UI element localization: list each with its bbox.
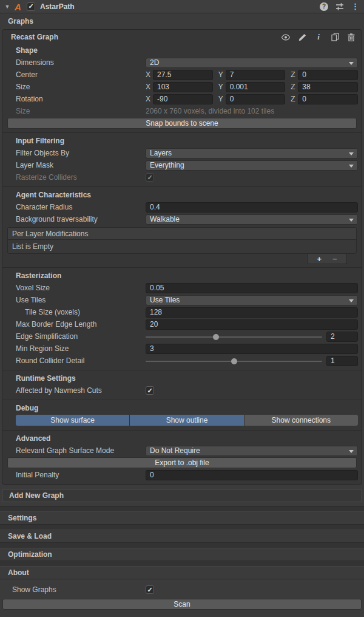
rasterization-heading: Rasterization: [2, 270, 362, 282]
relevant-graph-surface-mode-value: Do Not Require: [150, 446, 200, 455]
max-border-edge-length-field[interactable]: 20: [146, 319, 358, 330]
per-layer-modifications-header[interactable]: Per Layer Modifications: [8, 228, 356, 240]
debug-section: Debug Show surface Show outline Show con…: [2, 400, 362, 430]
presets-icon[interactable]: [335, 2, 344, 11]
voxel-size-field[interactable]: 0.05: [146, 283, 358, 293]
help-icon[interactable]: ?: [320, 2, 328, 11]
center-x-field[interactable]: 27.5: [153, 70, 213, 80]
center-row: Center X27.5 Y7 Z0: [2, 69, 362, 81]
list-footer: + −: [7, 254, 357, 264]
rotation-x-field[interactable]: -90: [153, 94, 213, 104]
show-connections-toggle[interactable]: Show connections: [244, 415, 358, 426]
round-collider-detail-value-field[interactable]: 1: [326, 356, 358, 366]
affected-by-navmesh-cuts-label: Affected by Navmesh Cuts: [16, 386, 146, 395]
affected-by-navmesh-cuts-checkbox[interactable]: ✓: [146, 386, 154, 395]
rasterization-section: Rasterization Voxel Size 0.05 Use Tiles …: [2, 267, 362, 370]
layer-mask-row: Layer Mask Everything: [2, 159, 362, 171]
relevant-graph-surface-mode-row: Relevant Graph Surface Mode Do Not Requi…: [2, 445, 362, 457]
initial-penalty-field[interactable]: 0: [146, 470, 358, 480]
dimensions-label: Dimensions: [16, 58, 146, 67]
filter-objects-by-label: Filter Objects By: [16, 149, 146, 157]
scan-button[interactable]: Scan: [2, 599, 362, 610]
debug-heading: Debug: [2, 402, 362, 414]
axis-z-label: Z: [291, 70, 298, 79]
rotation-row: Rotation X-90 Y0 Z0: [2, 93, 362, 105]
size-z-field[interactable]: 38: [298, 82, 358, 92]
export-obj-button[interactable]: Export to .obj file: [7, 457, 357, 468]
slider-thumb[interactable]: [231, 358, 237, 364]
visibility-eye-icon[interactable]: [281, 33, 290, 41]
voxel-size-label: Voxel Size: [16, 284, 146, 292]
layer-mask-dropdown[interactable]: Everything: [146, 160, 358, 171]
round-collider-detail-row: Round Collider Detail 1: [2, 355, 362, 367]
center-y-field[interactable]: 7: [226, 70, 286, 80]
advanced-section: Advanced Relevant Graph Surface Mode Do …: [2, 430, 362, 484]
duplicate-icon[interactable]: [331, 33, 339, 41]
rasterize-colliders-row: Rasterize Colliders ✓: [2, 171, 362, 183]
foldout-arrow-icon[interactable]: ▼: [4, 4, 11, 10]
axis-x-label: X: [146, 83, 153, 91]
axis-y-label: Y: [218, 83, 226, 91]
runtime-settings-heading: Runtime Settings: [2, 372, 362, 384]
bottom-accordion: Settings Save & Load Optimization About …: [0, 506, 364, 610]
axis-z-label: Z: [291, 83, 298, 91]
graphs-section-title: Graphs: [0, 13, 364, 29]
size-x-field[interactable]: 103: [153, 82, 213, 92]
relevant-graph-surface-mode-dropdown[interactable]: Do Not Require: [146, 446, 358, 456]
initial-penalty-label: Initial Penalty: [16, 471, 146, 479]
agent-characteristics-section: Agent Characteristics Character Radius 0…: [2, 186, 362, 267]
center-z-field[interactable]: 0: [298, 70, 358, 80]
about-section-header[interactable]: About: [0, 566, 364, 579]
slider-track[interactable]: [146, 336, 322, 338]
save-load-section-header[interactable]: Save & Load: [0, 530, 364, 543]
component-title: AstarPath: [40, 2, 317, 11]
list-add-button[interactable]: +: [317, 255, 322, 263]
slider-thumb[interactable]: [213, 334, 219, 340]
component-enabled-checkbox[interactable]: ✓: [27, 2, 35, 11]
astar-logo-icon: A: [14, 2, 24, 12]
show-graphs-checkbox[interactable]: ✓: [146, 585, 154, 594]
min-region-size-field[interactable]: 3: [146, 344, 358, 354]
edit-pencil-icon[interactable]: [298, 33, 306, 41]
show-outline-toggle[interactable]: Show outline: [130, 415, 244, 426]
edge-simplification-slider[interactable]: [146, 332, 322, 342]
size-y-field[interactable]: 0.001: [226, 82, 286, 92]
background-traversability-dropdown[interactable]: Walkable: [146, 214, 358, 225]
dimensions-dropdown[interactable]: 2D: [146, 58, 358, 68]
rotation-z-field[interactable]: 0: [298, 94, 358, 104]
layer-mask-label: Layer Mask: [16, 161, 146, 169]
axis-x-label: X: [146, 70, 153, 79]
add-new-graph-button[interactable]: Add New Graph: [2, 489, 362, 502]
rasterize-colliders-label: Rasterize Colliders: [16, 173, 146, 182]
affected-by-navmesh-cuts-row: Affected by Navmesh Cuts ✓: [2, 384, 362, 397]
tile-size-field[interactable]: 128: [146, 307, 358, 318]
filter-objects-by-value: Layers: [150, 149, 172, 157]
filter-objects-by-dropdown[interactable]: Layers: [146, 148, 358, 159]
recast-graph-header[interactable]: Recast Graph i: [2, 30, 362, 44]
component-header: ▼ A ✓ AstarPath ? ⋮: [0, 0, 364, 13]
character-radius-row: Character Radius 0.4: [2, 201, 362, 213]
debug-toggle-group: Show surface Show outline Show connectio…: [16, 415, 358, 426]
rotation-y-field[interactable]: 0: [226, 94, 286, 104]
kebab-menu-icon[interactable]: ⋮: [351, 2, 359, 11]
dropdown-arrow-icon: [349, 450, 354, 453]
use-tiles-dropdown[interactable]: Use Tiles: [146, 295, 358, 305]
advanced-heading: Advanced: [2, 432, 362, 445]
use-tiles-label: Use Tiles: [16, 296, 146, 304]
delete-trash-icon[interactable]: [347, 33, 356, 41]
about-section-content: Show Graphs ✓ Scan: [0, 579, 364, 610]
snap-bounds-button[interactable]: Snap bounds to scene: [7, 118, 357, 129]
settings-section-header[interactable]: Settings: [0, 511, 364, 525]
character-radius-field[interactable]: 0.4: [146, 202, 358, 213]
shape-section: Shape Dimensions 2D Center X27.5 Y7 Z0 S…: [2, 44, 362, 132]
background-traversability-label: Background traversability: [16, 215, 146, 223]
optimization-section-header[interactable]: Optimization: [0, 548, 364, 561]
edge-simplification-value-field[interactable]: 2: [326, 332, 358, 342]
list-remove-button[interactable]: −: [332, 255, 337, 263]
round-collider-detail-slider[interactable]: [146, 356, 322, 366]
show-surface-toggle[interactable]: Show surface: [16, 415, 130, 426]
input-filtering-section: Input Filtering Filter Objects By Layers…: [2, 132, 362, 186]
axis-y-label: Y: [218, 95, 226, 103]
info-icon[interactable]: i: [314, 33, 323, 41]
show-graphs-label: Show Graphs: [12, 585, 146, 594]
